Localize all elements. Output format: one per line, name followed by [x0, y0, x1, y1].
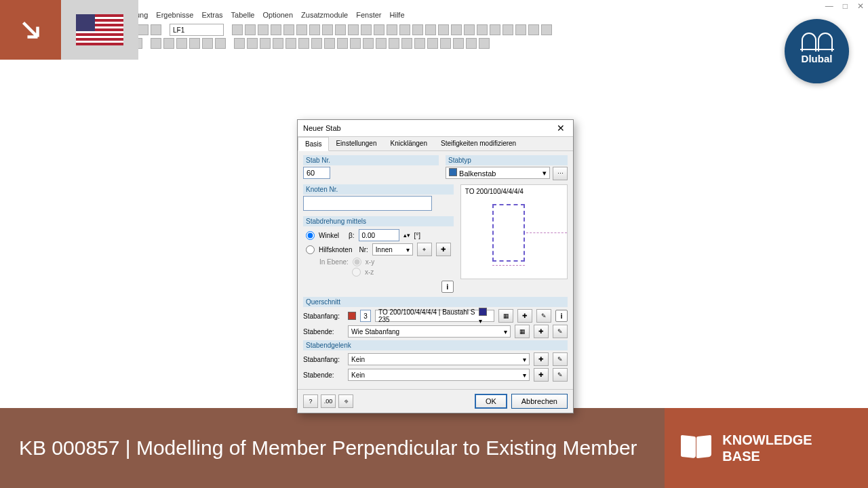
close-icon[interactable]: ✕: [857, 1, 864, 11]
toolbar-icon[interactable]: [502, 24, 513, 35]
toolbar-icon[interactable]: [464, 24, 475, 35]
toolbar-icon[interactable]: [176, 38, 187, 49]
stabtyp-pick-button[interactable]: ⋯: [553, 167, 568, 180]
gelenk-edit-button-2[interactable]: ✎: [553, 368, 568, 382]
toolbar-icon[interactable]: [490, 24, 500, 35]
toolbar-icon[interactable]: [399, 24, 410, 35]
stabtyp-select[interactable]: Balkenstab▾: [446, 167, 550, 179]
menu-item[interactable]: Hilfe: [390, 11, 405, 19]
section-new-button[interactable]: ✚: [517, 309, 532, 323]
toolbar-icon[interactable]: [479, 38, 490, 49]
qs-stabanfang-section-select[interactable]: TO 200/100/4/4/4/4 | Baustahl S 235 ▾: [375, 310, 494, 322]
menu-item[interactable]: Ergebnisse: [156, 11, 193, 19]
menu-item[interactable]: Extras: [201, 11, 222, 19]
help-button[interactable]: ?: [303, 394, 318, 408]
toolbar-icon[interactable]: [427, 38, 438, 49]
toolbar-icon[interactable]: [245, 24, 256, 35]
section-lib-button-2[interactable]: ▦: [515, 325, 530, 338]
toolbar-icon[interactable]: [298, 38, 309, 49]
toolbar-icon[interactable]: [389, 38, 399, 49]
cancel-button[interactable]: Abbrechen: [511, 394, 568, 409]
toolbar-icon[interactable]: [477, 24, 488, 35]
toolbar-icon[interactable]: [350, 38, 361, 49]
minimize-icon[interactable]: —: [825, 1, 833, 11]
toolbar-icon[interactable]: [451, 24, 462, 35]
toolbar-icon[interactable]: [258, 24, 269, 35]
toolbar-icon[interactable]: [376, 38, 387, 49]
knoten-input[interactable]: [303, 196, 432, 211]
toolbar-icon[interactable]: [322, 24, 333, 35]
section-edit-button[interactable]: ✎: [536, 309, 551, 323]
section-lib-button[interactable]: ▦: [498, 309, 513, 323]
toolbar-icon[interactable]: [285, 38, 296, 49]
section-new-button-2[interactable]: ✚: [534, 325, 549, 338]
toolbar-icon[interactable]: [515, 24, 526, 35]
dialog-close-button[interactable]: ✕: [554, 123, 568, 134]
toolbar-icon[interactable]: [425, 24, 436, 35]
toolbar-icon[interactable]: [387, 24, 397, 35]
gelenk-new-button[interactable]: ✚: [534, 352, 549, 366]
gelenk-new-button-2[interactable]: ✚: [534, 368, 549, 382]
toolbar-icon[interactable]: [414, 38, 425, 49]
toolbar-icon[interactable]: [232, 24, 243, 35]
pick-node-button[interactable]: ⌖: [417, 243, 432, 256]
gelenk-ende-select[interactable]: Kein▾: [348, 369, 530, 381]
toolbar-icon[interactable]: [412, 24, 423, 35]
toolbar-icon[interactable]: [363, 38, 374, 49]
toolbar-icon[interactable]: [234, 38, 245, 49]
dialog-titlebar[interactable]: Neuer Stab ✕: [298, 120, 573, 137]
stab-nr-input[interactable]: 60: [303, 167, 330, 179]
toolbar-icon[interactable]: [273, 38, 283, 49]
structural-model-canvas[interactable]: [0, 54, 203, 156]
info-icon[interactable]: i: [441, 281, 454, 293]
toolbar-icon[interactable]: [271, 24, 281, 35]
menu-item[interactable]: Zusatzmodule: [301, 11, 348, 19]
toolbar-icon[interactable]: [335, 24, 346, 35]
toolbar-icon[interactable]: [189, 38, 200, 49]
toolbar-icon[interactable]: [283, 24, 294, 35]
section-info-icon[interactable]: i: [555, 310, 568, 322]
toolbar-icon[interactable]: [466, 38, 477, 49]
tab-steifigkeiten[interactable]: Steifigkeiten modifizieren: [434, 137, 523, 150]
tab-basis[interactable]: Basis: [298, 137, 329, 151]
toolbar-icon[interactable]: [438, 24, 449, 35]
toolbar-icon[interactable]: [337, 38, 348, 49]
toolbar-icon[interactable]: [324, 38, 335, 49]
details-button[interactable]: ⎆: [338, 394, 353, 408]
toolbar-icon[interactable]: [309, 24, 320, 35]
tab-knicklaengen[interactable]: Knicklängen: [384, 137, 434, 150]
menu-item[interactable]: Optionen: [262, 11, 293, 19]
toolbar-icon[interactable]: [374, 24, 384, 35]
toolbar-icon[interactable]: [453, 38, 464, 49]
toolbar-icon[interactable]: [401, 38, 412, 49]
toolbar-icon[interactable]: [296, 24, 307, 35]
toolbar-icon[interactable]: [260, 38, 271, 49]
toolbar-icon[interactable]: [151, 38, 161, 49]
rotation-winkel-radio[interactable]: [306, 231, 315, 240]
load-case-selector[interactable]: LF1: [170, 24, 224, 36]
new-node-button[interactable]: ✚: [436, 243, 451, 256]
menu-item[interactable]: Tabelle: [231, 11, 255, 19]
toolbar-icon[interactable]: [361, 24, 372, 35]
rotation-hilfsknoten-radio[interactable]: [306, 245, 315, 254]
toolbar-icon[interactable]: [247, 38, 258, 49]
toolbar-icon[interactable]: [151, 24, 161, 35]
ok-button[interactable]: OK: [475, 394, 507, 409]
toolbar-icon[interactable]: [348, 24, 359, 35]
menu-item[interactable]: Fenster: [356, 11, 381, 19]
toolbar-icon[interactable]: [440, 38, 451, 49]
toolbar-icon[interactable]: [163, 38, 174, 49]
toolbar-icon[interactable]: [311, 38, 322, 49]
tab-einstellungen[interactable]: Einstellungen: [329, 137, 383, 150]
toolbar-icon[interactable]: [541, 24, 552, 35]
section-edit-button-2[interactable]: ✎: [553, 325, 568, 338]
rotation-angle-input[interactable]: 0.00: [359, 229, 399, 241]
toolbar-icon[interactable]: [215, 38, 226, 49]
qs-stabende-select[interactable]: Wie Stabanfang▾: [348, 325, 511, 338]
toolbar-icon[interactable]: [528, 24, 539, 35]
units-button[interactable]: .00: [321, 394, 336, 408]
gelenk-anfang-select[interactable]: Kein▾: [348, 353, 530, 365]
gelenk-edit-button[interactable]: ✎: [553, 352, 568, 366]
rotation-innen-select[interactable]: Innen▾: [372, 243, 413, 256]
toolbar-icon[interactable]: [138, 24, 149, 35]
